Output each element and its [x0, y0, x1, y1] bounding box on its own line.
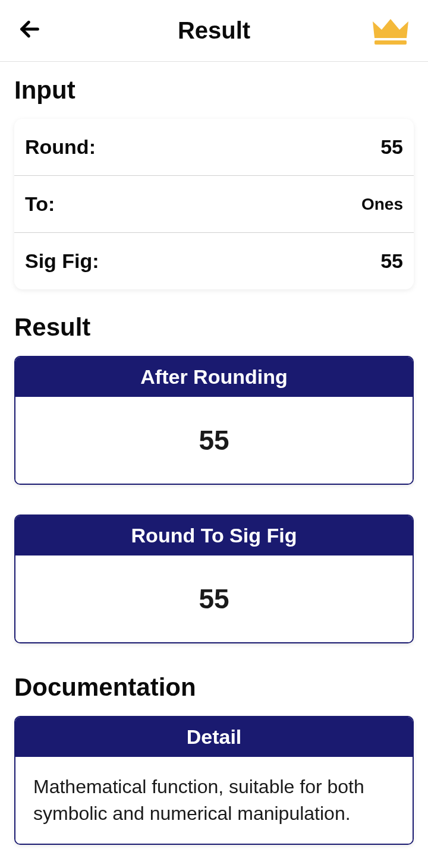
svg-rect-1 [374, 40, 407, 45]
input-label: Sig Fig: [25, 250, 99, 273]
result-section-title: Result [14, 313, 414, 342]
app-header: Result [0, 0, 428, 62]
back-button[interactable] [18, 17, 42, 45]
result-card-value: 55 [15, 555, 413, 642]
documentation-section-title: Documentation [14, 673, 414, 702]
input-label: To: [25, 192, 55, 216]
crown-icon[interactable] [371, 15, 410, 46]
input-value: 55 [380, 135, 403, 159]
input-row-round: Round: 55 [14, 119, 414, 176]
input-section-title: Input [14, 76, 414, 105]
input-card: Round: 55 To: Ones Sig Fig: 55 [14, 119, 414, 289]
input-value: 55 [380, 250, 403, 273]
result-card-after-rounding: After Rounding 55 [14, 356, 414, 485]
input-row-to: To: Ones [14, 176, 414, 233]
documentation-body: Mathematical function, suitable for both… [15, 757, 413, 844]
result-card-value: 55 [15, 397, 413, 484]
result-card-header: After Rounding [15, 357, 413, 397]
result-card-sigfig: Round To Sig Fig 55 [14, 515, 414, 643]
content-area: Input Round: 55 To: Ones Sig Fig: 55 Res… [0, 62, 428, 859]
documentation-header: Detail [15, 717, 413, 757]
page-title: Result [178, 17, 250, 44]
input-value: Ones [361, 195, 403, 214]
documentation-card: Detail Mathematical function, suitable f… [14, 716, 414, 845]
input-label: Round: [25, 135, 96, 159]
result-card-header: Round To Sig Fig [15, 516, 413, 555]
input-row-sigfig: Sig Fig: 55 [14, 233, 414, 289]
